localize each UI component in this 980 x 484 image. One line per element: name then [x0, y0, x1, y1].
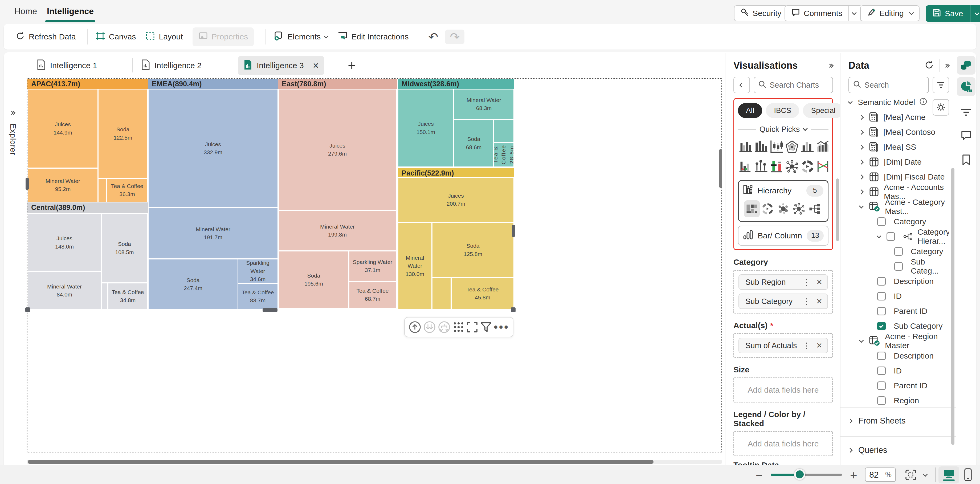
- grouped-bar-chart-icon[interactable]: [738, 139, 753, 154]
- treemap-chart-icon[interactable]: [744, 200, 760, 217]
- treemap-block-mineral-water[interactable]: Mineral Water191.7m: [149, 208, 277, 258]
- fullscreen-icon[interactable]: [466, 321, 478, 333]
- chevron-right-icon[interactable]: [859, 175, 864, 179]
- boxplot-chart-icon[interactable]: [769, 139, 784, 154]
- zoom-value-box[interactable]: %: [865, 468, 896, 482]
- packed-bubbles-chart-icon[interactable]: [775, 200, 791, 217]
- tree-item-description[interactable]: Description: [848, 274, 949, 289]
- checkbox[interactable]: [886, 232, 895, 241]
- checkbox[interactable]: [877, 277, 886, 285]
- treemap-block-juices[interactable]: Juices150.1m: [398, 89, 453, 167]
- treemap-region-header[interactable]: Midwest(328.6m): [398, 79, 514, 89]
- treemap-block-tea-coffee[interactable]: Tea & Coffee68.7m: [349, 282, 396, 308]
- save-dropdown-icon[interactable]: [970, 5, 980, 22]
- checkbox[interactable]: [877, 381, 886, 390]
- editing-button[interactable]: Editing: [860, 5, 920, 21]
- back-button[interactable]: [733, 77, 750, 93]
- chart-search[interactable]: [754, 77, 833, 93]
- tree-item-category[interactable]: Category: [848, 244, 949, 259]
- expand-all-icon[interactable]: [438, 321, 450, 333]
- variance-column-chart-icon[interactable]: [769, 159, 784, 174]
- comments-rail-icon[interactable]: [960, 129, 972, 142]
- treemap-block-soda[interactable]: Soda108.5m: [102, 214, 147, 282]
- nav-tab-home[interactable]: Home: [14, 6, 37, 16]
- category-well[interactable]: Sub Region ⋮ × Sub Category ⋮ ×: [733, 270, 833, 314]
- tree-item-region[interactable]: Region: [848, 393, 949, 405]
- legend-well[interactable]: Add data fields here: [733, 431, 833, 456]
- hierarchy-group-header[interactable]: Hierarchy 5: [743, 185, 823, 197]
- tree-item-acme-accounts-mas[interactable]: Acme - Accounts Mas...: [848, 184, 949, 199]
- section-queries[interactable]: Queries: [848, 437, 949, 463]
- treemap-region-header[interactable]: Pacific(522.9m): [398, 168, 514, 177]
- treemap-block-tea-coffee[interactable]: Tea & Coffee45.8m: [452, 278, 514, 309]
- edit-interactions-button[interactable]: Edit Interactions: [337, 31, 409, 43]
- resize-handle-right[interactable]: [512, 225, 515, 237]
- checkbox[interactable]: [894, 247, 903, 256]
- resize-handle-left[interactable]: [25, 178, 29, 189]
- data-search[interactable]: [848, 77, 929, 93]
- pill-special[interactable]: Special: [803, 103, 840, 118]
- treemap-block-soda[interactable]: Soda195.6m: [279, 252, 348, 308]
- clustered-column-chart-icon[interactable]: [800, 139, 815, 154]
- radar-chart-icon[interactable]: [784, 139, 800, 154]
- treemap-block-mineral-water[interactable]: Mineral Water95.2m: [28, 169, 97, 202]
- canvas-vertical-scroll-thumb[interactable]: [719, 149, 722, 188]
- resize-handle-bottom-right[interactable]: [511, 307, 515, 312]
- treemap-block[interactable]: [494, 120, 514, 142]
- field-pill-sub-category[interactable]: Sub Category ⋮ ×: [738, 293, 828, 309]
- treemap-block-mineral-water[interactable]: Mineral Water130.0m: [398, 223, 431, 309]
- zoom-value-input[interactable]: [869, 470, 883, 480]
- collapse-data-panel-icon[interactable]: [944, 64, 949, 67]
- charts-button[interactable]: [957, 77, 975, 96]
- chevron-down-icon[interactable]: [877, 233, 881, 238]
- data-filter-button[interactable]: [932, 77, 949, 93]
- section-from-sheets[interactable]: From Sheets: [848, 408, 949, 434]
- filter-icon[interactable]: [480, 321, 492, 333]
- explorer-expand-icon[interactable]: [10, 111, 15, 114]
- checkbox[interactable]: [894, 262, 903, 271]
- remove-field-icon[interactable]: ×: [814, 277, 825, 288]
- pill-all[interactable]: All: [738, 103, 762, 118]
- field-pill-sub-region[interactable]: Sub Region ⋮ ×: [738, 274, 828, 290]
- treemap-block-tea-coffee[interactable]: Tea & Coffee34.8m: [108, 283, 147, 309]
- checkbox-checked[interactable]: [877, 322, 886, 330]
- tree-item-sub-categ[interactable]: Sub Categ...: [848, 259, 949, 274]
- tree-item-mea-contoso[interactable]: [Mea] Contoso: [848, 125, 949, 140]
- decomposition-tree-chart-icon[interactable]: [807, 200, 822, 217]
- checkbox[interactable]: [877, 217, 886, 226]
- tree-item-category[interactable]: Category: [848, 214, 949, 229]
- canvas-tab-intelligence-1[interactable]: Intelligence 1: [32, 56, 103, 75]
- checkbox[interactable]: [877, 366, 886, 375]
- tree-item-category-hierar[interactable]: Category Hierar...: [848, 229, 949, 244]
- undo-button[interactable]: ↶: [428, 30, 438, 44]
- tree-item-mea-ss[interactable]: [Mea] SS: [848, 140, 949, 154]
- data-panel-scroll-thumb[interactable]: [951, 168, 955, 445]
- pill-ibcs[interactable]: IBCS: [766, 103, 799, 118]
- save-button[interactable]: Save: [926, 5, 980, 22]
- comments-button[interactable]: Comments: [784, 5, 862, 21]
- treemap-block-soda[interactable]: Soda122.5m: [99, 89, 147, 178]
- drill-up-icon[interactable]: [409, 321, 421, 333]
- tree-item-sub-category[interactable]: Sub Category: [848, 318, 949, 333]
- remove-field-icon[interactable]: ×: [814, 340, 825, 351]
- info-icon[interactable]: [919, 97, 927, 107]
- tree-item-id[interactable]: ID: [848, 289, 949, 304]
- add-canvas-tab-button[interactable]: +: [348, 57, 356, 73]
- tree-item-acme-category-mast[interactable]: Acme - Category Mast...: [848, 199, 949, 214]
- chart-search-input[interactable]: [770, 81, 828, 89]
- tree-item-id[interactable]: ID: [848, 363, 949, 378]
- dot-bar-chart-icon[interactable]: [738, 159, 753, 174]
- quick-picks-header[interactable]: Quick Picks: [738, 125, 829, 134]
- comments-dropdown-icon[interactable]: [852, 10, 856, 15]
- treemap-block-mineral-water[interactable]: Mineral Water199.8m: [279, 211, 396, 250]
- size-well[interactable]: Add data fields here: [733, 377, 833, 403]
- field-pill-sum-of-actuals[interactable]: Sum of Actuals ⋮ ×: [738, 338, 828, 353]
- horizontal-scroll-thumb[interactable]: [28, 460, 654, 464]
- tree-item-dim-date[interactable]: [Dim] Date: [848, 154, 949, 169]
- treemap-block-mineral-water[interactable]: Mineral Water84.0m: [28, 272, 101, 309]
- treemap-region-header[interactable]: EMEA(890.4m): [148, 79, 278, 89]
- tree-item-description[interactable]: Description: [848, 349, 949, 363]
- security-button[interactable]: Security: [734, 5, 788, 21]
- treemap-block-soda[interactable]: Soda68.6m: [454, 120, 493, 167]
- treemap-block-juices[interactable]: Juices332.9m: [149, 89, 277, 207]
